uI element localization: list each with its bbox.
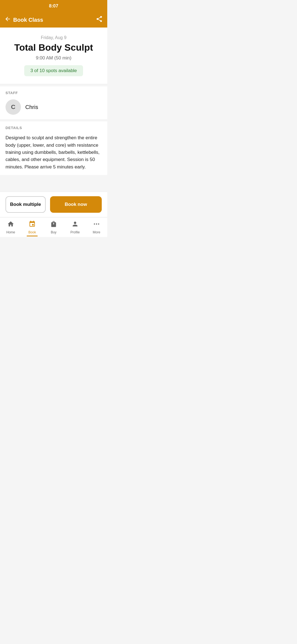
header: Book Class <box>0 12 107 28</box>
book-multiple-button[interactable]: Book multiple <box>6 196 46 213</box>
details-section: DETAILS Designed to sculpt and strengthe… <box>0 121 107 175</box>
svg-point-2 <box>98 223 99 224</box>
class-date: Friday, Aug 9 <box>6 35 102 40</box>
nav-label-more: More <box>93 230 100 234</box>
share-icon[interactable] <box>96 15 103 24</box>
staff-avatar-initial: C <box>11 103 15 111</box>
header-title: Book Class <box>13 17 43 23</box>
staff-avatar: C <box>6 99 21 115</box>
svg-point-0 <box>94 223 95 224</box>
home-icon <box>7 220 14 229</box>
book-icon <box>29 220 36 229</box>
svg-point-1 <box>96 223 97 224</box>
nav-label-buy: Buy <box>51 230 57 234</box>
buy-icon <box>50 220 57 229</box>
nav-item-buy[interactable]: Buy <box>43 218 64 236</box>
spacer <box>0 175 107 192</box>
details-section-label: DETAILS <box>6 126 102 130</box>
staff-section-label: STAFF <box>6 91 102 95</box>
bottom-buttons: Book multiple Book now <box>0 192 107 217</box>
nav-label-profile: Profile <box>70 230 80 234</box>
nav-item-more[interactable]: More <box>86 218 107 236</box>
staff-name: Chris <box>25 104 38 110</box>
more-icon <box>93 220 100 229</box>
nav-item-profile[interactable]: Profile <box>64 218 86 236</box>
back-icon <box>4 16 11 24</box>
class-info-section: Friday, Aug 9 Total Body Sculpt 9:00 AM … <box>0 28 107 84</box>
class-time: 9:00 AM (50 min) <box>6 55 102 61</box>
staff-item: C Chris <box>6 99 102 115</box>
nav-item-book[interactable]: Book <box>21 218 43 236</box>
status-time: 8:07 <box>49 3 58 9</box>
book-now-button[interactable]: Book now <box>50 196 102 213</box>
details-text: Designed to sculpt and strengthen the en… <box>6 134 102 171</box>
class-name: Total Body Sculpt <box>6 42 102 53</box>
spots-badge: 3 of 10 spots available <box>24 65 83 76</box>
status-bar: 8:07 <box>0 0 107 12</box>
staff-section: STAFF C Chris <box>0 86 107 119</box>
back-button[interactable]: Book Class <box>4 16 43 24</box>
nav-label-book: Book <box>28 230 36 234</box>
bottom-nav: Home Book Buy Profile <box>0 217 107 237</box>
nav-item-home[interactable]: Home <box>0 218 21 236</box>
nav-label-home: Home <box>6 230 15 234</box>
profile-icon <box>72 220 79 229</box>
